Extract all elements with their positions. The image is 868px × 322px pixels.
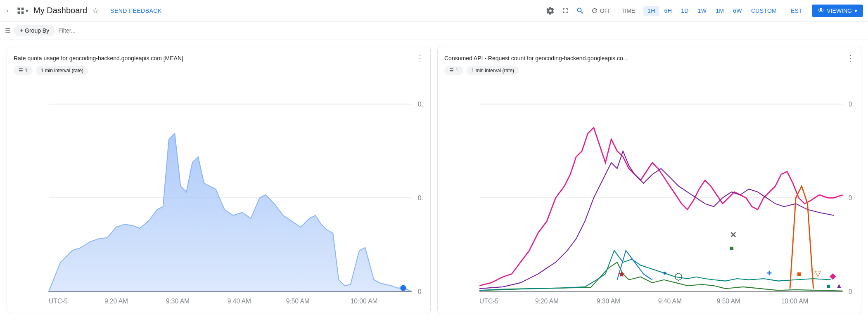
chart-svg-1: 0.2/s 0.1/s 0 UTC-5 9:20 (14, 80, 424, 315)
svg-rect-0 (18, 7, 20, 10)
group-by-button[interactable]: + Group By (14, 25, 55, 36)
x-label-920-2: 9:20 AM (535, 298, 559, 305)
filter-pill-1[interactable]: ☰ 1 (14, 66, 33, 75)
x-label-1000: 10:00 AM (351, 298, 378, 305)
line-teal (479, 251, 831, 290)
x-label-utc-2: UTC-5 (479, 298, 498, 305)
header: ← ▾ My Dashboard ☆ SEND FEEDBACK OFF TIM… (0, 0, 868, 21)
interval-label-1: 1 min interval (rate) (41, 68, 83, 73)
filter-icon-1: ☰ (19, 68, 23, 73)
marker-triangle: ▽ (815, 269, 821, 278)
search-icon[interactable] (576, 7, 584, 15)
back-button[interactable]: ← (5, 6, 13, 15)
x-label-920: 9:20 AM (104, 298, 128, 305)
y-label-max: 0.2/s (418, 101, 424, 108)
page-title: My Dashboard (33, 6, 87, 15)
filter-count-2: 1 (455, 68, 458, 73)
timezone-button[interactable]: EST (791, 7, 802, 14)
x-label-930-2: 9:30 AM (597, 298, 620, 305)
x-label-930: 9:30 AM (166, 298, 190, 305)
chart-card-1: Rate quota usage for geocoding-backend.g… (7, 47, 431, 313)
header-icons: OFF TIME: 1H 6H 1D 1W 1M 6W CUSTOM EST 👁… (546, 5, 863, 17)
time-1w-button[interactable]: 1W (694, 6, 711, 16)
fullscreen-icon[interactable] (561, 7, 569, 15)
time-label: TIME: (621, 7, 637, 14)
dashboard-icon[interactable]: ▾ (17, 7, 28, 15)
x-label-950: 9:50 AM (286, 298, 310, 305)
marker-square-green: ■ (730, 244, 734, 252)
chart-header-2: Consumed API - Request count for geocodi… (444, 54, 854, 63)
time-custom-button[interactable]: CUSTOM (747, 6, 781, 16)
dropdown-arrow-icon[interactable]: ▾ (26, 7, 28, 14)
viewing-dropdown-icon: ▾ (854, 7, 857, 14)
refresh-label: OFF (600, 7, 612, 14)
header-left: ← ▾ My Dashboard ☆ SEND FEEDBACK (5, 6, 543, 15)
marker-x: ✕ (730, 230, 737, 239)
chart-header-1: Rate quota usage for geocoding-backend.g… (14, 54, 424, 63)
marker-hex: ⬡ (674, 271, 683, 282)
line-pink (479, 128, 843, 286)
end-dot-1 (400, 285, 406, 291)
star-icon[interactable]: ☆ (92, 6, 99, 15)
filter-bar: ☰ + Group By (0, 21, 868, 40)
marker-drop: ⬥ (662, 268, 667, 277)
more-options-icon-1[interactable]: ⋮ (416, 54, 424, 63)
chart-pills-2: ☰ 1 1 min interval (rate) (444, 66, 854, 75)
y-label-min: 0 (418, 288, 422, 295)
chart-title-2: Consumed API - Request count for geocodi… (444, 55, 847, 62)
time-1d-button[interactable]: 1D (677, 6, 693, 16)
hamburger-icon[interactable]: ☰ (5, 27, 11, 35)
refresh-button[interactable]: OFF (591, 7, 612, 14)
time-6w-button[interactable]: 6W (729, 6, 746, 16)
svg-rect-1 (21, 7, 24, 10)
y-label-mid: 0.1/s (418, 194, 424, 201)
x-label-utc: UTC-5 (49, 298, 68, 305)
eye-icon: 👁 (818, 7, 824, 14)
chart-title-1: Rate quota usage for geocoding-backend.g… (14, 55, 416, 62)
x-label-1000-2: 10:00 AM (781, 298, 809, 305)
y-label-mid-2: 0.05/s (849, 194, 854, 201)
marker-square-orange: ■ (797, 270, 801, 278)
marker-plus: + (766, 268, 772, 278)
chart-pills-1: ☰ 1 1 min interval (rate) (14, 66, 424, 75)
interval-pill-1[interactable]: 1 min interval (rate) (36, 66, 88, 75)
settings-icon[interactable] (546, 7, 555, 15)
more-options-icon-2[interactable]: ⋮ (847, 54, 854, 63)
svg-rect-3 (21, 11, 24, 14)
time-1h-button[interactable]: 1H (643, 6, 659, 16)
time-1m-button[interactable]: 1M (711, 6, 728, 16)
marker-star: ★ (618, 270, 625, 279)
send-feedback-button[interactable]: SEND FEEDBACK (110, 7, 162, 14)
area-path-1 (49, 133, 412, 291)
chart-area-1: 0.2/s 0.1/s 0 UTC-5 9:20 (14, 80, 424, 315)
filter-count-1: 1 (25, 68, 28, 73)
viewing-button[interactable]: 👁 VIEWING ▾ (812, 5, 863, 17)
y-label-min-2: 0 (849, 288, 852, 295)
time-6h-button[interactable]: 6H (660, 6, 676, 16)
chart-svg-2: 0.1/s 0.05/s 0 ★ (444, 80, 854, 315)
chart-card-2: Consumed API - Request count for geocodi… (437, 47, 861, 313)
interval-pill-2[interactable]: 1 min interval (rate) (467, 66, 519, 75)
svg-rect-2 (18, 11, 20, 14)
filter-icon-2: ☰ (449, 68, 454, 73)
marker-diamond: ◆ (830, 271, 836, 280)
marker-teal-sq: ■ (826, 282, 830, 290)
y-label-max-2: 0.1/s (849, 101, 854, 108)
time-buttons: 1H 6H 1D 1W 1M 6W CUSTOM (643, 6, 781, 16)
filter-pill-2[interactable]: ☰ 1 (444, 66, 463, 75)
x-label-940-2: 9:40 AM (658, 298, 682, 305)
x-label-940: 9:40 AM (228, 298, 251, 305)
viewing-label: VIEWING (827, 7, 852, 14)
line-purple (479, 151, 834, 289)
chart-area-2: 0.1/s 0.05/s 0 ★ (444, 80, 854, 315)
group-by-label: + Group By (20, 27, 49, 34)
marker-purple-tri: ▲ (836, 282, 843, 290)
line-dark-green (479, 262, 843, 291)
interval-label-2: 1 min interval (rate) (472, 68, 514, 73)
filter-input[interactable] (58, 27, 120, 34)
x-label-950-2: 9:50 AM (717, 298, 740, 305)
main-content: Rate quota usage for geocoding-backend.g… (0, 40, 868, 320)
